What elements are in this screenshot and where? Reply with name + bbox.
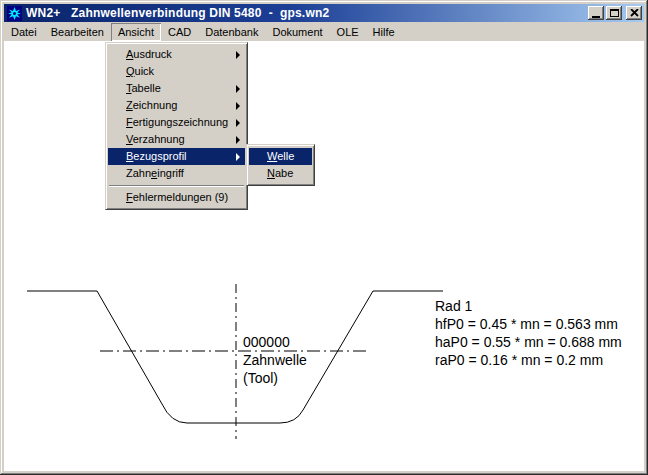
drawing-label-zahnwelle: Zahnwelle [243, 352, 307, 368]
menu-item-verzahnung[interactable]: Verzahnung [108, 131, 245, 148]
app-icon[interactable] [7, 6, 22, 21]
menubar-item-datei[interactable]: Datei [4, 23, 44, 41]
menubar-item-ansicht[interactable]: Ansicht [111, 23, 161, 41]
menu-item-fehlermeldungen[interactable]: Fehlermeldungen (9) [108, 189, 245, 206]
menu-item-quick[interactable]: Quick [108, 63, 245, 80]
annotation-rap0: raP0 = 0.16 * mn = 0.2 mm [435, 352, 603, 368]
menu-panel-ansicht: Ausdruck Quick Tabelle Zeichnung Fertigu… [105, 42, 248, 210]
drawing-label-tool: (Tool) [243, 370, 278, 386]
annotation-hfp0: hfP0 = 0.45 * mn = 0.563 mm [435, 316, 618, 332]
menubar-item-dokument[interactable]: Dokument [265, 23, 329, 41]
menubar-item-datenbank[interactable]: Datenbank [198, 23, 265, 41]
menu-item-zahneingriff[interactable]: Zahneingriff [108, 165, 245, 182]
minimize-button[interactable] [588, 6, 604, 20]
window-title: WN2+ Zahnwellenverbindung DIN 5480 - gps… [26, 6, 329, 20]
submenu-arrow-icon [236, 51, 240, 59]
submenu-item-nabe[interactable]: Nabe [249, 165, 312, 182]
menubar-item-hilfe[interactable]: Hilfe [366, 23, 402, 41]
drawing-label-id: 000000 [243, 334, 290, 350]
menu-separator [109, 185, 244, 186]
profile-drawing: 000000 Zahnwelle (Tool) Rad 1 hfP0 = 0.4… [0, 0, 648, 475]
submenu-arrow-icon [236, 102, 240, 110]
close-button[interactable] [626, 6, 642, 20]
tooth-profile-path [27, 291, 443, 423]
close-icon [630, 9, 639, 17]
maximize-button[interactable] [606, 6, 622, 20]
menubar-item-cad[interactable]: CAD [161, 23, 198, 41]
menu-item-bezugsprofil[interactable]: Bezugsprofil [108, 148, 245, 165]
annotation-hap0: haP0 = 0.55 * mn = 0.688 mm [435, 334, 622, 350]
submenu-arrow-icon [236, 119, 240, 127]
submenu-arrow-icon [236, 153, 240, 161]
submenu-panel-bezugsprofil: Welle Nabe [246, 144, 315, 186]
menubar-item-ole[interactable]: OLE [330, 23, 366, 41]
window-titlebar[interactable]: WN2+ Zahnwellenverbindung DIN 5480 - gps… [4, 4, 644, 22]
menu-item-zeichnung[interactable]: Zeichnung [108, 97, 245, 114]
menu-item-fertigungszeichnung[interactable]: Fertigungszeichnung [108, 114, 245, 131]
submenu-arrow-icon [236, 136, 240, 144]
annotation-rad: Rad 1 [435, 298, 473, 314]
maximize-icon [610, 9, 619, 17]
menu-item-tabelle[interactable]: Tabelle [108, 80, 245, 97]
menubar-item-bearbeiten[interactable]: Bearbeiten [44, 23, 111, 41]
submenu-item-welle[interactable]: Welle [249, 148, 312, 165]
window-controls [588, 6, 642, 20]
minimize-icon [592, 16, 600, 18]
menu-item-ausdruck[interactable]: Ausdruck [108, 46, 245, 63]
submenu-arrow-icon [236, 85, 240, 93]
menubar: Datei Bearbeiten Ansicht CAD Datenbank D… [4, 22, 644, 41]
